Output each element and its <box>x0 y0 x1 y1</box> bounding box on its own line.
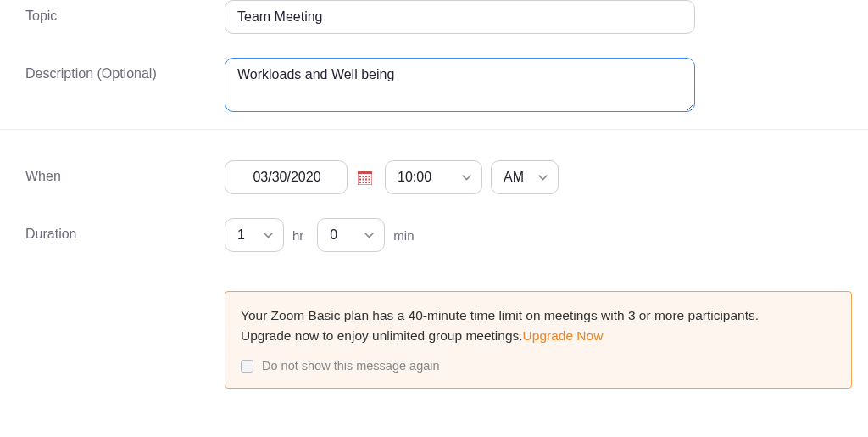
duration-hr-value: 1 <box>237 227 245 243</box>
chevron-down-icon <box>364 233 374 238</box>
ampm-select[interactable]: AM <box>491 160 559 194</box>
calendar-icon[interactable] <box>354 167 375 188</box>
svg-rect-8 <box>365 178 367 180</box>
svg-rect-7 <box>362 178 364 180</box>
schedule-meeting-form: Topic Description (Optional) Workloads a… <box>0 0 868 401</box>
svg-rect-2 <box>359 176 361 177</box>
chevron-down-icon <box>462 175 471 181</box>
time-value: 10:00 <box>398 170 431 185</box>
min-unit: min <box>393 228 414 243</box>
upgrade-now-link[interactable]: Upgrade Now <box>523 328 604 343</box>
topic-control <box>225 0 860 34</box>
duration-row: Duration 1 hr 0 min Your Zoom Basic plan… <box>0 206 868 401</box>
notice-line1: Your Zoom Basic plan has a 40-minute tim… <box>241 308 759 322</box>
topic-row: Topic <box>0 0 868 46</box>
svg-rect-6 <box>359 178 361 180</box>
when-label: When <box>25 160 225 184</box>
hide-message-label: Do not show this message again <box>262 356 440 375</box>
chevron-down-icon <box>264 233 273 238</box>
date-input[interactable]: 03/30/2020 <box>225 160 348 194</box>
svg-rect-9 <box>368 178 370 180</box>
duration-min-value: 0 <box>330 227 337 243</box>
description-input[interactable]: Workloads and Well being <box>225 58 695 112</box>
svg-rect-11 <box>362 182 364 183</box>
hr-unit: hr <box>292 228 303 243</box>
duration-control: 1 hr 0 min Your Zoom Basic plan has a 40… <box>225 218 860 389</box>
description-control: Workloads and Well being <box>225 58 860 112</box>
when-control: 03/30/2020 10:00 AM <box>225 160 860 194</box>
upgrade-notice: Your Zoom Basic plan has a 40-minute tim… <box>225 291 852 389</box>
svg-rect-12 <box>365 182 367 183</box>
when-row: When 03/30/2020 10:00 <box>0 148 868 206</box>
svg-rect-3 <box>362 176 364 177</box>
description-row: Description (Optional) Workloads and Wel… <box>0 46 868 124</box>
ampm-value: AM <box>504 170 524 185</box>
date-value: 03/30/2020 <box>253 170 320 185</box>
svg-rect-1 <box>358 171 372 174</box>
duration-label: Duration <box>25 218 225 242</box>
chevron-down-icon <box>538 175 548 181</box>
svg-rect-5 <box>368 176 370 177</box>
svg-rect-10 <box>359 182 361 183</box>
time-select[interactable]: 10:00 <box>385 160 482 194</box>
notice-line2-prefix: Upgrade now to enjoy unlimited group mee… <box>241 328 523 343</box>
description-label: Description (Optional) <box>25 58 225 81</box>
hide-message-checkbox[interactable] <box>241 360 253 373</box>
duration-min-select[interactable]: 0 <box>317 218 385 252</box>
svg-rect-4 <box>365 176 367 177</box>
duration-hr-select[interactable]: 1 <box>225 218 284 252</box>
topic-label: Topic <box>25 0 225 24</box>
svg-rect-13 <box>368 182 370 183</box>
topic-input[interactable] <box>225 0 695 34</box>
section-divider <box>0 129 868 130</box>
notice-hide-row: Do not show this message again <box>241 356 836 375</box>
